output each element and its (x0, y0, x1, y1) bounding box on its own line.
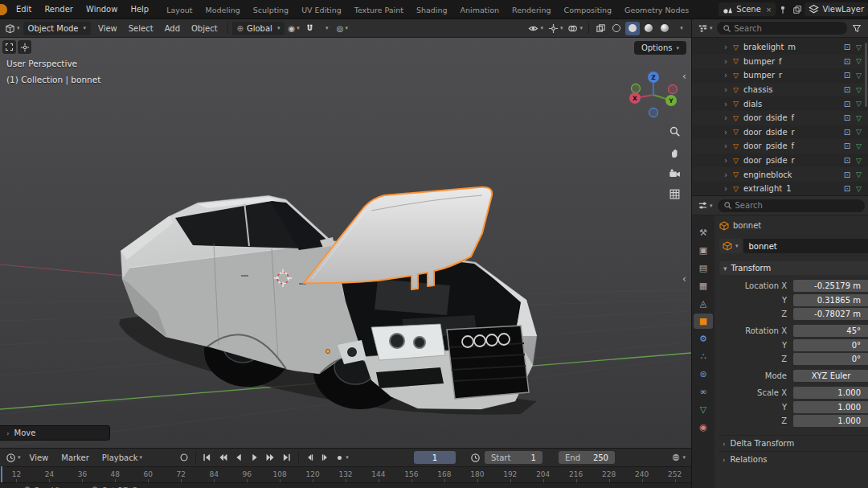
shading-wireframe-button[interactable] (609, 22, 624, 35)
object-name[interactable]: bumper_r (743, 71, 844, 80)
blender-logo-icon[interactable] (0, 4, 7, 15)
outliner-editor-button[interactable]: ▾ (696, 22, 714, 35)
expand-chevron-icon[interactable]: › (724, 128, 733, 137)
tab-render[interactable]: ▣ (694, 243, 713, 258)
axis-neg-z-ball[interactable] (649, 109, 658, 117)
expand-chevron-icon[interactable]: › (724, 170, 733, 179)
viewlayer-selector[interactable]: ViewLayer (805, 2, 868, 16)
workspace-tab[interactable]: Modeling (199, 2, 247, 18)
mesh-data-icon[interactable]: ▽ (856, 57, 862, 65)
outliner-row[interactable]: › ▽ chassis ⊡ ▽ (692, 83, 868, 97)
timeline-editor-button[interactable]: ▾ (4, 451, 23, 465)
rotation-mode-dropdown[interactable]: XYZ Euler (793, 370, 868, 382)
mesh-data-icon[interactable]: ▽ (856, 43, 862, 51)
tab-object[interactable]: ■ (694, 314, 713, 329)
viewport-menu-item[interactable]: Object (186, 24, 223, 33)
ortho-toggle-button[interactable] (665, 185, 683, 203)
number-field[interactable]: 0.31865 m (793, 294, 868, 306)
frame-start-field[interactable]: Start 1 (485, 451, 542, 464)
mesh-data-icon[interactable]: ▽ (856, 157, 862, 165)
shading-dropdown[interactable]: ▾ (674, 22, 688, 35)
jump-to-end-button[interactable] (280, 451, 295, 465)
tab-constraints[interactable]: ∞ (694, 384, 713, 400)
snap-toggle[interactable] (303, 22, 317, 35)
workspace-tab[interactable]: Rendering (506, 2, 558, 18)
tool-cursor-button[interactable] (18, 40, 31, 54)
expand-chevron-icon[interactable]: › (724, 43, 733, 51)
object-name[interactable]: door_pside_f (743, 141, 844, 150)
mesh-data-icon[interactable]: ▽ (856, 142, 862, 150)
outliner-row[interactable]: › ▽ bumper_r ⊡ ▽ (692, 68, 868, 83)
object-name[interactable]: extralight_1 (743, 184, 844, 193)
tab-scene[interactable]: ◬ (694, 296, 713, 311)
use-preview-range-button[interactable] (469, 451, 483, 465)
frame-end-field[interactable]: End 250 (559, 451, 615, 464)
menu-item[interactable]: Edit (10, 0, 38, 18)
number-field[interactable]: 45° (793, 325, 868, 337)
workspace-tab[interactable]: Texture Paint (348, 2, 410, 18)
expand-chevron-icon[interactable]: › (724, 85, 733, 94)
panel-toggle-chevron-top[interactable]: ‹ (682, 72, 686, 81)
viewport-visibility-icon[interactable]: ⊡ (844, 170, 850, 179)
menu-item[interactable]: Render (38, 0, 80, 18)
expand-chevron-icon[interactable]: › (724, 71, 733, 80)
workspace-tab[interactable]: Animation (454, 2, 506, 18)
outliner-search[interactable] (717, 22, 847, 35)
playhead[interactable] (1, 466, 2, 482)
outliner-row[interactable]: › ▽ extralight_1 ⊡ ▽ (692, 182, 868, 195)
shading-solid-button[interactable] (625, 22, 640, 35)
object-name[interactable]: bumper_f (743, 57, 844, 66)
collapsed-section-header[interactable]: › Relations (719, 451, 868, 467)
new-scene-button[interactable] (790, 2, 805, 16)
editor-type-button[interactable]: ▾ (3, 22, 22, 35)
pan-button[interactable] (665, 143, 683, 161)
menu-item[interactable]: Help (124, 0, 155, 18)
tab-output[interactable]: ▤ (694, 260, 713, 276)
transform-section-header[interactable]: ▾ Transform (719, 261, 868, 275)
workspace-tab[interactable]: Compositing (558, 2, 619, 18)
shading-rendered-button[interactable] (657, 22, 672, 35)
outliner-row[interactable]: › ▽ bumper_f ⊡ ▽ (692, 55, 868, 69)
properties-search[interactable] (718, 199, 865, 212)
viewport-menu-item[interactable]: Add (159, 24, 186, 33)
expand-chevron-icon[interactable]: › (724, 113, 733, 122)
tab-tool[interactable]: ⚒ (694, 225, 713, 240)
overlays-dropdown[interactable]: ▾ (566, 22, 584, 35)
tab-object-data[interactable]: ▽ (694, 402, 713, 417)
object-name[interactable]: dials (743, 100, 844, 109)
camera-view-button[interactable] (665, 164, 683, 182)
play-reverse-button[interactable] (231, 451, 247, 465)
outliner-row[interactable]: › ▽ door_pside_f ⊡ ▽ (692, 139, 868, 154)
xray-toggle[interactable] (593, 22, 608, 35)
object-name[interactable]: door_dside_f (743, 113, 844, 122)
timeline-menu-view[interactable]: View (24, 453, 55, 462)
tab-modifiers[interactable]: ⚙ (694, 331, 713, 347)
mesh-data-icon[interactable]: ▽ (856, 72, 862, 80)
tool-select-box-button[interactable] (2, 40, 16, 54)
object-name[interactable]: door_dside_r (743, 128, 844, 137)
tab-particles[interactable]: ∴ (694, 349, 713, 364)
expand-chevron-icon[interactable]: › (724, 100, 733, 109)
outliner-search-input[interactable] (735, 24, 841, 33)
number-field[interactable]: 0° (793, 353, 868, 365)
pivot-point-dropdown[interactable]: ◉▾ (286, 22, 301, 35)
mesh-data-icon[interactable]: ▽ (856, 170, 862, 178)
timeline-menu-marker[interactable]: Marker (55, 453, 95, 462)
snap-dropdown[interactable]: ▾ (319, 22, 334, 35)
workspace-tab[interactable]: Geometry Nodes (618, 2, 695, 18)
play-button[interactable] (248, 451, 263, 465)
proportional-edit-toggle[interactable]: ◎▾ (335, 22, 350, 35)
panel-toggle-chevron-mid[interactable]: ‹ (682, 274, 686, 284)
tab-physics[interactable]: ⊚ (694, 367, 713, 382)
breadcrumb-object-name[interactable]: bonnet (733, 221, 761, 230)
scene-selector[interactable]: Scene × (719, 2, 776, 16)
outliner-scrollbar[interactable] (865, 43, 867, 107)
viewport-canvas[interactable] (0, 38, 691, 448)
outliner-filter-button[interactable] (850, 22, 864, 35)
mesh-data-icon[interactable]: ▽ (856, 86, 862, 94)
mesh-data-icon[interactable]: ▽ (856, 100, 862, 108)
workspace-tab[interactable]: Sculpting (247, 2, 295, 18)
id-browse-button[interactable]: ▾ (719, 239, 742, 253)
outliner-row[interactable]: › ▽ door_dside_r ⊡ ▽ (692, 125, 868, 140)
operator-panel[interactable]: › Move (0, 425, 110, 441)
